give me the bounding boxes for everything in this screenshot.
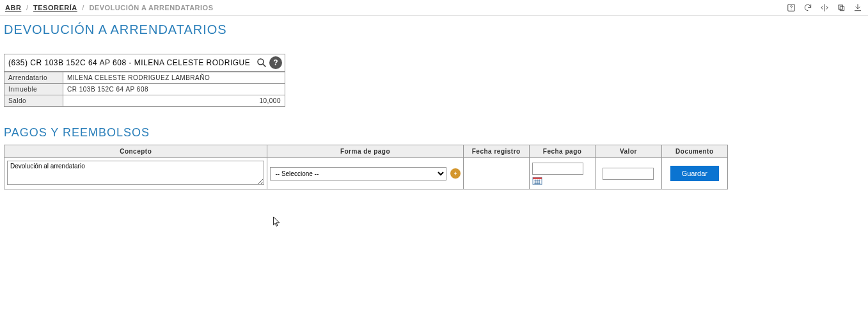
breadcrumb-sep: / [26, 4, 29, 12]
col-header-forma: Forma de pago [267, 145, 463, 158]
svg-point-1 [791, 9, 792, 10]
forma-pago-select[interactable]: -- Seleccione -- [270, 167, 446, 181]
breadcrumb: ABR / TESORERÍA / DEVOLUCIÓN A ARRENDATA… [5, 4, 214, 12]
help-icon[interactable] [786, 3, 796, 13]
search-icon[interactable] [254, 55, 269, 70]
refresh-icon[interactable] [803, 3, 813, 13]
col-header-valor: Valor [596, 145, 661, 158]
valor-input[interactable] [603, 168, 654, 180]
breadcrumb-current: DEVOLUCIÓN A ARRENDATARIOS [89, 4, 213, 12]
search-input[interactable] [4, 54, 254, 71]
fecha-registro-cell [463, 158, 529, 189]
col-header-freg: Fecha registro [463, 145, 529, 158]
fecha-pago-input[interactable] [532, 163, 583, 175]
download-icon[interactable] [853, 3, 863, 13]
split-icon[interactable] [819, 3, 830, 13]
svg-point-3 [258, 59, 264, 65]
breadcrumb-root[interactable]: ABR [5, 4, 21, 12]
guardar-button[interactable]: Guardar [670, 166, 719, 181]
section-title-pagos: PAGOS Y REEMBOLSOS [0, 107, 868, 145]
col-header-concepto: Concepto [4, 145, 267, 158]
calendar-icon[interactable] [532, 176, 542, 185]
inmueble-value: CR 103B 152C 64 AP 608 [63, 84, 285, 95]
svg-rect-2 [839, 5, 842, 9]
table-row: Devolución al arrendatario -- Seleccione… [4, 158, 728, 189]
col-header-doc: Documento [661, 145, 727, 158]
breadcrumb-section[interactable]: TESORERÍA [33, 4, 77, 12]
search-help-icon[interactable]: ? [269, 56, 282, 69]
saldo-value: 10,000 [63, 95, 285, 107]
popout-icon[interactable] [836, 3, 846, 13]
breadcrumb-sep: / [82, 4, 84, 12]
arrendatario-value: MILENA CELESTE RODRIGUEZ LAMBRAÑO [63, 72, 285, 84]
concepto-input[interactable]: Devolución al arrendatario [7, 161, 264, 185]
page-title: DEVOLUCIÓN A ARRENDATARIOS [0, 16, 868, 41]
inmueble-label: Inmueble [4, 84, 63, 95]
saldo-label: Saldo [4, 95, 63, 107]
svg-rect-6 [533, 177, 542, 179]
arrendatario-label: Arrendatario [4, 72, 63, 84]
cash-icon[interactable] [450, 168, 461, 179]
col-header-fpago: Fecha pago [529, 145, 595, 158]
